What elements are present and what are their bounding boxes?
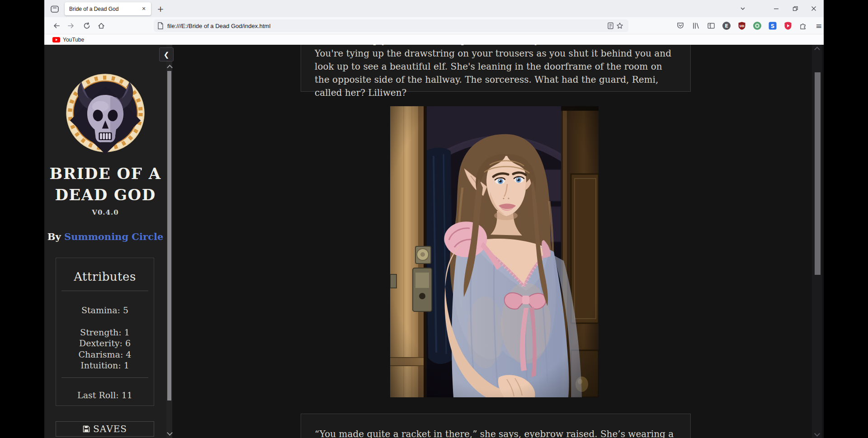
game-sidebar: BRIDE OF A DEAD GOD V0.4.0 By Summoning … — [44, 45, 166, 438]
browser-titlebar: Bride of a Dead God ✕ + — [44, 0, 824, 17]
forward-icon[interactable] — [67, 22, 75, 29]
extension-s-icon[interactable]: S — [768, 21, 777, 30]
passage-next: “You made quite a racket in there,” she … — [301, 414, 691, 438]
sidebar-scrollbar[interactable] — [166, 45, 172, 438]
sidebar-toggle-icon[interactable] — [707, 21, 716, 30]
browser-window: Bride of a Dead God ✕ + — [44, 0, 824, 438]
scroll-down-icon[interactable] — [815, 432, 819, 436]
stat-last-roll: Last Roll: 11 — [56, 390, 154, 401]
extension-green-circle-icon[interactable] — [753, 21, 762, 30]
divider — [61, 291, 148, 291]
attributes-heading: Attributes — [56, 270, 154, 283]
page-scrollbar-thumb[interactable] — [815, 72, 821, 275]
bookmarks-bar: YouTube — [44, 34, 824, 45]
collapse-sidebar-button[interactable]: ❮ — [159, 47, 174, 61]
stat-stamina: Stamina: 5 — [56, 305, 154, 316]
summoning-circle-link[interactable]: Summoning Circle — [64, 231, 163, 242]
game-page: BRIDE OF A DEAD GOD V0.4.0 By Summoning … — [44, 45, 824, 438]
minimize-button[interactable] — [772, 5, 780, 13]
scene-image — [390, 106, 599, 397]
extension-e-icon[interactable]: E — [722, 21, 731, 30]
tab-list-chevron-icon[interactable] — [739, 5, 747, 13]
svg-text:S: S — [771, 23, 775, 29]
svg-text:E: E — [725, 23, 728, 29]
game-title: BRIDE OF A DEAD GOD — [44, 163, 166, 206]
window-close-button[interactable] — [810, 5, 818, 13]
extension-ud-shield-icon[interactable]: UD — [737, 21, 746, 30]
stat-strength: Strength: 1 — [56, 327, 154, 338]
address-bar[interactable]: file:///E:/Bride of a Dead God/index.htm… — [154, 19, 628, 32]
youtube-icon — [52, 37, 60, 42]
new-tab-button[interactable]: + — [156, 4, 165, 14]
saves-button[interactable]: SAVES — [56, 421, 154, 437]
bookmark-youtube[interactable]: YouTube — [52, 37, 84, 43]
passage-current: You snatch up your clothes and pull them… — [301, 45, 691, 92]
saves-label: SAVES — [93, 424, 127, 434]
menu-icon[interactable]: ≡ — [814, 21, 823, 30]
library-icon[interactable] — [691, 21, 700, 30]
url-text: file:///E:/Bride of a Dead God/index.htm… — [167, 23, 606, 29]
scroll-up-icon[interactable] — [168, 66, 172, 70]
restore-button[interactable] — [791, 5, 799, 13]
stat-charisma: Charisma: 4 — [56, 349, 154, 360]
tab-title: Bride of a Dead God — [69, 6, 140, 12]
home-icon[interactable] — [98, 22, 105, 29]
back-icon[interactable] — [53, 22, 60, 29]
browser-navbar: file:///E:/Bride of a Dead God/index.htm… — [44, 17, 824, 34]
game-title-line1: BRIDE OF A — [44, 163, 166, 184]
sidebar-scrollbar-thumb[interactable] — [167, 71, 171, 400]
page-icon — [157, 22, 164, 29]
svg-text:UD: UD — [740, 24, 745, 28]
pocket-icon[interactable] — [676, 21, 685, 30]
extension-play-shield-icon[interactable] — [783, 21, 793, 30]
reload-icon[interactable] — [83, 22, 90, 29]
byline: By Summoning Circle — [44, 231, 166, 242]
attributes-panel: Attributes Stamina: 5 Strength: 1 Dexter… — [56, 258, 154, 406]
reader-mode-icon[interactable] — [606, 21, 615, 30]
scroll-up-icon[interactable] — [815, 47, 819, 52]
divider — [61, 377, 148, 378]
page-scrollbar[interactable] — [812, 45, 822, 438]
tab-bride-of-a-dead-god[interactable]: Bride of a Dead God ✕ — [65, 2, 151, 15]
bookmark-star-icon[interactable] — [615, 21, 625, 30]
save-floppy-icon — [83, 425, 90, 433]
game-title-line2: DEAD GOD — [44, 184, 166, 206]
tab-close-icon[interactable]: ✕ — [140, 5, 147, 13]
stat-dexterity: Dexterity: 6 — [56, 338, 154, 349]
bookmark-label: YouTube — [63, 37, 84, 43]
firefox-view-icon[interactable] — [50, 4, 60, 14]
stat-intuition: Intuition: 1 — [56, 360, 154, 371]
game-version: V0.4.0 — [44, 208, 166, 217]
byline-prefix: By — [47, 231, 64, 242]
extensions-puzzle-icon[interactable] — [799, 21, 808, 30]
game-logo-skull-icon — [64, 72, 146, 154]
scroll-down-icon[interactable] — [168, 431, 172, 435]
